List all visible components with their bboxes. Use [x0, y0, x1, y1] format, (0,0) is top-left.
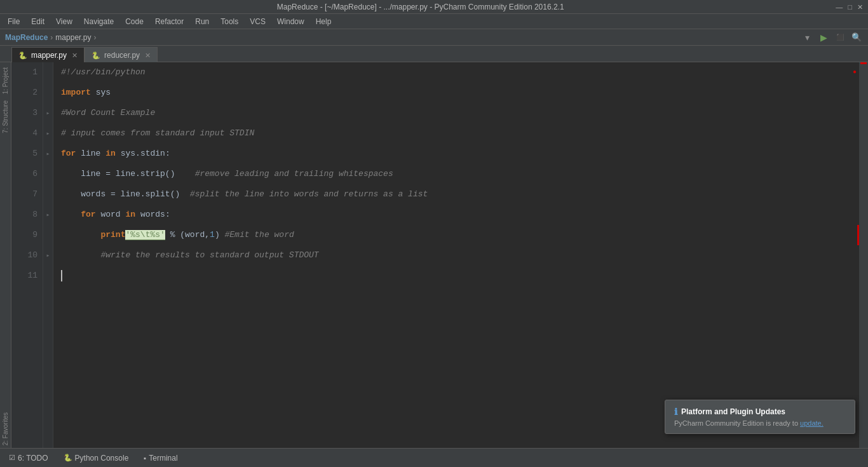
fold-9	[43, 225, 53, 245]
notification-info-icon: ℹ	[674, 407, 677, 417]
fold-6	[43, 164, 53, 184]
menu-view[interactable]: View	[51, 14, 78, 29]
notification-popup: ℹ Platform and Plugin Updates PyCharm Co…	[665, 400, 855, 434]
window-title: MapReduce - [~/MapReduce] - .../mapper.p…	[5, 0, 836, 14]
cursor	[61, 270, 62, 281]
tab-reducer[interactable]: 🐍 reducer.py ✕	[85, 47, 158, 62]
fold-4[interactable]: ▸	[43, 123, 53, 144]
line-num-4: 4	[11, 123, 37, 144]
right-gutter[interactable]	[859, 62, 868, 448]
code-line-5[interactable]: for line in sys.stdin:	[53, 144, 859, 164]
gutter-error-mark	[860, 62, 867, 64]
toolbar-buttons: ▾ ▶ ⬛ 🔍	[801, 31, 863, 44]
code-line-8[interactable]: for word in words:	[53, 205, 859, 225]
line-num-7: 7	[11, 184, 37, 205]
reducer-tab-close[interactable]: ✕	[145, 48, 151, 63]
terminal-icon: ▪	[144, 454, 146, 462]
code-content-4: # input comes from standard input STDIN	[61, 123, 254, 144]
code-line-11[interactable]	[53, 266, 859, 286]
debug-button[interactable]: ⬛	[834, 31, 846, 44]
sidebar-project[interactable]: 1: Project	[1, 65, 10, 97]
code-line-1[interactable]: #!/usr/bin/python ●	[53, 62, 859, 83]
code-content-3: #Word Count Example	[61, 103, 155, 123]
dropdown-button[interactable]: ▾	[801, 31, 813, 44]
code-content-7: words = line.split() #split the line int…	[61, 184, 428, 205]
tab-terminal[interactable]: ▪ Terminal	[140, 452, 181, 464]
python-console-icon: 🐍	[64, 454, 72, 462]
mapper-tab-icon: 🐍	[18, 48, 27, 63]
terminal-label: Terminal	[149, 454, 177, 463]
menu-tools[interactable]: Tools	[215, 14, 243, 29]
code-content-9: print'%s\t%s' % (word,1) #Emit the word	[61, 225, 294, 245]
line-numbers: 1 2 3 4 5 6 7 8 9 10 11	[11, 62, 43, 448]
todo-label: 6: TODO	[18, 454, 48, 463]
reducer-tab-label: reducer.py	[104, 48, 140, 63]
code-content-2: import sys	[61, 83, 111, 103]
code-line-3[interactable]: #Word Count Example	[53, 103, 859, 123]
fold-5[interactable]: ▸	[43, 144, 53, 164]
close-button[interactable]: ✕	[857, 0, 863, 14]
code-content-10: #write the results to standard output ST…	[61, 245, 319, 266]
menu-window[interactable]: Window	[272, 14, 309, 29]
tab-mapper[interactable]: 🐍 mapper.py ✕	[11, 47, 85, 62]
breadcrumb-folder[interactable]: MapReduce	[5, 29, 48, 46]
breadcrumb-sep1: ›	[50, 29, 53, 46]
mapper-tab-label: mapper.py	[31, 48, 67, 63]
fold-10[interactable]: ▸	[43, 245, 53, 266]
run-button[interactable]: ▶	[817, 31, 830, 44]
code-content-6: line = line.strip() #remove leading and …	[61, 164, 393, 184]
tab-bar: 🐍 mapper.py ✕ 🐍 reducer.py ✕	[0, 46, 868, 62]
breadcrumb-file[interactable]: mapper.py	[55, 29, 91, 46]
sidebar-favorites[interactable]: 2: Favorites	[1, 410, 10, 448]
menu-run[interactable]: Run	[190, 14, 214, 29]
reducer-tab-icon: 🐍	[92, 48, 100, 63]
minimize-button[interactable]: —	[836, 0, 843, 14]
code-content-8: for word in words:	[61, 205, 170, 225]
fold-3[interactable]: ▸	[43, 103, 53, 123]
menu-help[interactable]: Help	[311, 14, 337, 29]
line-num-6: 6	[11, 164, 37, 184]
menu-navigate[interactable]: Navigate	[79, 14, 119, 29]
python-console-label: Python Console	[75, 454, 129, 463]
left-sidebar: 1: Project 7: Structure 2: Favorites	[0, 62, 11, 448]
menu-vcs[interactable]: VCS	[245, 14, 271, 29]
menu-file[interactable]: File	[3, 14, 25, 29]
maximize-button[interactable]: □	[848, 0, 852, 14]
notification-link[interactable]: update.	[800, 419, 824, 427]
code-line-10[interactable]: #write the results to standard output ST…	[53, 245, 859, 266]
code-line-6[interactable]: line = line.strip() #remove leading and …	[53, 164, 859, 184]
line-num-9: 9	[11, 225, 37, 245]
fold-1	[43, 62, 53, 83]
line-num-8: 8	[11, 205, 37, 225]
menu-code[interactable]: Code	[120, 14, 149, 29]
todo-icon: ☑	[9, 454, 15, 462]
mapper-tab-close[interactable]: ✕	[72, 48, 78, 63]
fold-8[interactable]: ▸	[43, 205, 53, 225]
search-button[interactable]: 🔍	[850, 31, 863, 44]
notification-title: ℹ Platform and Plugin Updates	[674, 407, 846, 417]
tab-todo[interactable]: ☑ 6: TODO	[5, 452, 52, 464]
line-num-3: 3	[11, 103, 37, 123]
code-line-2[interactable]: import sys	[53, 83, 859, 103]
line-num-2: 2	[11, 83, 37, 103]
line-num-11: 11	[11, 266, 37, 286]
code-line-9[interactable]: print'%s\t%s' % (word,1) #Emit the word	[53, 225, 859, 245]
editor-main: 1 2 3 4 5 6 7 8 9 10 11 ▸ ▸ ▸ ▸ ▸	[11, 62, 868, 448]
notification-body: PyCharm Community Edition is ready to up…	[674, 419, 846, 427]
bottom-tabs: ☑ 6: TODO 🐍 Python Console ▪ Terminal	[5, 452, 182, 464]
code-area[interactable]: #!/usr/bin/python ● import sys #Word Cou…	[53, 62, 859, 448]
error-dot-1: ●	[853, 62, 857, 83]
notification-body-text: PyCharm Community Edition is ready to	[674, 419, 800, 427]
window-controls[interactable]: — □ ✕	[836, 0, 863, 14]
code-line-7[interactable]: words = line.split() #split the line int…	[53, 184, 859, 205]
menu-refactor[interactable]: Refactor	[150, 14, 189, 29]
breadcrumb: MapReduce › mapper.py ›	[5, 29, 96, 46]
code-content-5: for line in sys.stdin:	[61, 144, 170, 164]
menu-edit[interactable]: Edit	[26, 14, 50, 29]
sidebar-structure[interactable]: 7: Structure	[1, 98, 10, 136]
line-num-1: 1	[11, 62, 37, 83]
code-line-4[interactable]: # input comes from standard input STDIN	[53, 123, 859, 144]
breadcrumb-sep2: ›	[93, 29, 96, 46]
tab-python-console[interactable]: 🐍 Python Console	[60, 452, 133, 464]
fold-2	[43, 83, 53, 103]
